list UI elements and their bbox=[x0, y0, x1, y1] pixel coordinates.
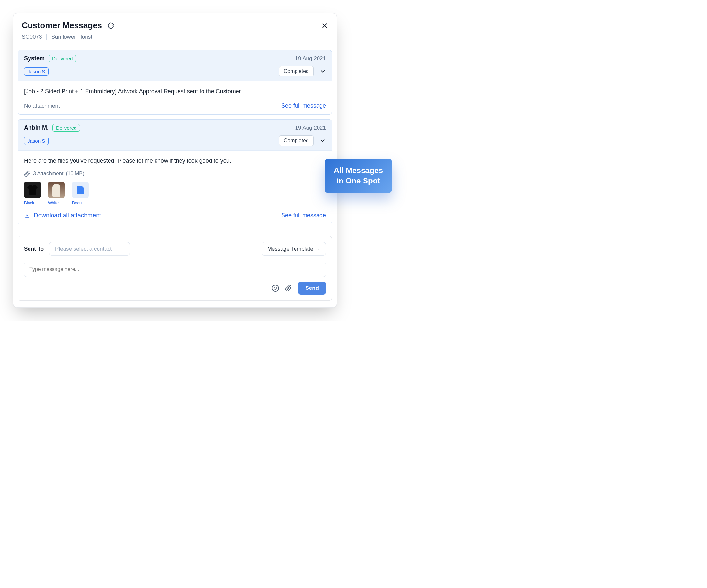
attachment-thumbnail[interactable]: Docu... bbox=[72, 182, 90, 205]
svg-point-2 bbox=[272, 285, 279, 291]
close-icon[interactable] bbox=[321, 22, 328, 29]
attachment-thumbnail[interactable]: Black_... bbox=[24, 182, 42, 205]
see-full-message-link[interactable]: See full message bbox=[281, 212, 326, 219]
attachment-count: 3 Attachment bbox=[33, 171, 63, 177]
message-card: Anbin M. Delivered 19 Aug 2021 Jason S C… bbox=[18, 119, 332, 224]
sent-to-label: Sent To bbox=[24, 246, 44, 252]
emoji-icon[interactable] bbox=[272, 284, 279, 292]
message-composer: Sent To Please select a contact Message … bbox=[18, 236, 332, 301]
message-body-text: [Job - 2 Sided Print + 1 Embroidery] Art… bbox=[24, 87, 326, 96]
download-icon bbox=[24, 212, 30, 219]
panel-header: Customer Messages SO0073 Sunflower Flori… bbox=[13, 13, 337, 45]
chevron-down-icon[interactable] bbox=[319, 137, 326, 144]
message-template-select[interactable]: Message Template bbox=[262, 242, 326, 256]
refresh-icon[interactable] bbox=[107, 22, 114, 29]
delivery-status-badge: Delivered bbox=[53, 124, 80, 132]
no-attachment-label: No attachment bbox=[24, 103, 60, 109]
photo-image-icon bbox=[48, 182, 65, 198]
customer-name: Sunflower Florist bbox=[51, 34, 92, 40]
message-sender: System bbox=[24, 55, 45, 62]
attachment-thumbnail[interactable]: White_... bbox=[48, 182, 66, 205]
paperclip-icon bbox=[24, 170, 30, 177]
customer-messages-panel: Customer Messages SO0073 Sunflower Flori… bbox=[13, 13, 337, 307]
attachment-filename: Black_... bbox=[24, 200, 42, 205]
recipient-badge: Jason S bbox=[24, 137, 48, 145]
page-title: Customer Messages bbox=[22, 21, 102, 30]
attachment-size: (10 MB) bbox=[66, 171, 84, 177]
message-card: System Delivered 19 Aug 2021 Jason S Com… bbox=[18, 50, 332, 115]
see-full-message-link[interactable]: See full message bbox=[281, 102, 326, 109]
document-icon bbox=[72, 182, 89, 198]
template-label: Message Template bbox=[267, 246, 313, 252]
separator bbox=[46, 34, 47, 40]
download-all-label: Download all attachment bbox=[34, 212, 101, 219]
order-id: SO0073 bbox=[22, 34, 42, 40]
attachment-filename: Docu... bbox=[72, 200, 90, 205]
message-date: 19 Aug 2021 bbox=[295, 125, 326, 131]
send-button[interactable]: Send bbox=[298, 282, 326, 295]
caret-down-icon bbox=[316, 247, 321, 251]
promo-callout: All Messages in One Spot bbox=[325, 159, 392, 193]
attachment-meta: 3 Attachment (10 MB) bbox=[24, 170, 326, 177]
message-sender: Anbin M. bbox=[24, 125, 48, 131]
shirt-image-icon bbox=[24, 182, 41, 198]
attach-icon[interactable] bbox=[285, 285, 292, 292]
attachment-filename: White_... bbox=[48, 200, 66, 205]
contact-select[interactable]: Please select a contact bbox=[49, 242, 130, 256]
delivery-status-badge: Delivered bbox=[48, 55, 76, 62]
stage-select[interactable]: Completed bbox=[279, 135, 314, 146]
recipient-badge: Jason S bbox=[24, 67, 48, 75]
download-all-link[interactable]: Download all attachment bbox=[24, 212, 101, 219]
chevron-down-icon[interactable] bbox=[319, 68, 326, 74]
message-body-text: Here are the files you've requested. Ple… bbox=[24, 157, 326, 165]
message-input[interactable] bbox=[24, 262, 326, 277]
message-date: 19 Aug 2021 bbox=[295, 56, 326, 62]
stage-select[interactable]: Completed bbox=[279, 66, 314, 76]
